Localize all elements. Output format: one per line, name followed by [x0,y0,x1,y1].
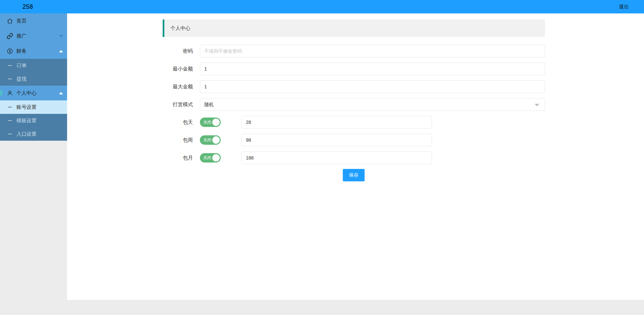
sidebar-item-finance[interactable]: $ 财务 [0,44,67,59]
money-icon: $ [7,48,13,54]
sidebar-item-label: 订单 [16,62,26,69]
sidebar-item-label: 账号设置 [16,104,37,110]
daily-toggle[interactable]: 关闭 [200,118,221,127]
weekly-label: 包周 [126,134,193,146]
form-row-min-amount: 最小金额 [67,62,644,75]
sidebar-item-entry-settings[interactable]: 入口设置 [0,127,67,141]
weekly-price-input[interactable] [241,134,432,146]
max-amount-label: 最大金额 [126,80,193,93]
reward-mode-select[interactable]: 随机 [200,98,545,111]
form-row-reward-mode: 打赏模式 随机 [67,98,644,111]
panel-header: 个人中心 [163,19,545,37]
form-row-weekly: 包周 关闭 [67,134,644,146]
min-amount-label: 最小金额 [126,62,193,75]
dash-icon [8,65,12,66]
reward-mode-label: 打赏模式 [126,98,193,111]
toggle-knob-icon [212,119,220,126]
password-input[interactable] [200,45,545,57]
sidebar-item-label: 财务 [16,48,26,54]
monthly-label: 包月 [126,151,193,164]
toggle-knob-icon [212,154,220,162]
active-section-indicator [0,91,2,96]
toggle-label: 关闭 [203,118,211,127]
sidebar-item-withdraw[interactable]: 提现 [0,72,67,86]
dash-icon [8,79,12,79]
toggle-label: 关闭 [203,153,211,163]
form-row-monthly: 包月 关闭 [67,151,644,164]
max-amount-input[interactable] [200,80,545,93]
home-icon [7,18,13,24]
sidebar: 首页 推广 $ 财务 [0,13,67,141]
sidebar-item-orders[interactable]: 订单 [0,59,67,72]
toggle-knob-icon [212,136,220,144]
password-label: 密码 [126,45,193,57]
chevron-down-icon [535,104,539,106]
logout-link[interactable]: 退出 [619,4,629,10]
dash-icon [8,134,12,134]
user-icon [7,90,13,96]
sidebar-item-label: 首页 [16,18,26,24]
chevron-up-icon [59,92,63,94]
bottom-strip [0,300,644,315]
daily-label: 包天 [126,116,193,129]
main-content: 个人中心 密码 最小金额 最大金额 打赏模式 随机 包天 关闭 [67,13,644,300]
form-row-max-amount: 最大金额 [67,80,644,93]
brand-title: 258 [22,3,33,10]
toggle-label: 关闭 [203,135,211,145]
svg-text:$: $ [9,49,11,53]
sidebar-item-template-settings[interactable]: 模板设置 [0,114,67,127]
chevron-up-icon [59,50,63,52]
panel-title: 个人中心 [170,25,191,32]
weekly-toggle[interactable]: 关闭 [200,135,221,145]
page: 258 退出 首页 推广 [0,0,644,315]
link-icon [7,33,13,39]
topbar: 258 退出 [0,0,644,13]
sidebar-item-account-settings[interactable]: 账号设置 [0,100,67,114]
min-amount-input[interactable] [200,62,545,75]
reward-mode-value: 随机 [200,98,545,110]
sidebar-item-label: 模板设置 [16,118,37,124]
sidebar-item-profile[interactable]: 个人中心 [0,86,67,100]
sidebar-item-label: 推广 [16,33,26,39]
sidebar-item-label: 提现 [16,76,26,82]
monthly-price-input[interactable] [241,151,432,164]
dash-icon [8,120,12,121]
form-row-password: 密码 [67,45,644,57]
form-row-daily: 包天 关闭 [67,116,644,129]
monthly-toggle[interactable]: 关闭 [200,153,221,163]
sidebar-item-label: 入口设置 [16,131,37,137]
daily-price-input[interactable] [241,116,432,129]
save-button[interactable]: 保存 [343,169,365,181]
sidebar-item-home[interactable]: 首页 [0,13,67,29]
profile-submenu: 账号设置 模板设置 入口设置 [0,100,67,141]
sidebar-item-promotion[interactable]: 推广 [0,29,67,44]
chevron-down-icon [59,35,63,37]
finance-submenu: 订单 提现 [0,59,67,86]
dash-icon [8,107,12,107]
sidebar-item-label: 个人中心 [16,90,37,96]
